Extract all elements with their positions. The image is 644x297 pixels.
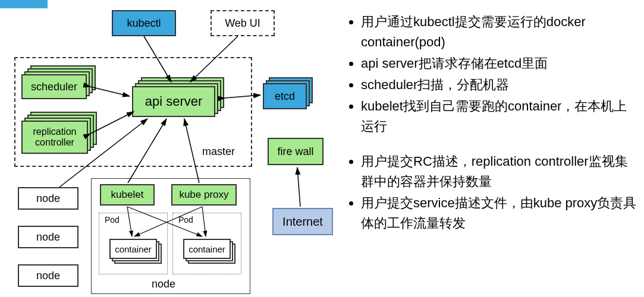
internet-box: Internet: [272, 208, 333, 235]
node-box-2: node: [18, 226, 78, 248]
bullet-item: 用户提交RC描述，replication controller监视集群中的容器并…: [361, 151, 639, 192]
container-a-box: container: [109, 239, 157, 259]
node1-label: node: [36, 192, 60, 205]
top-accent-bar: [0, 0, 48, 8]
bullet-item: api server把请求存储在etcd里面: [361, 53, 639, 74]
pod-a-label: Pod: [105, 215, 120, 225]
bullet-group-2: 用户提交RC描述，replication controller监视集群中的容器并…: [348, 151, 639, 233]
kubeproxy-box: kube proxy: [171, 184, 237, 206]
webui-label: Web UI: [225, 17, 260, 30]
pod-b-label: Pod: [178, 215, 193, 225]
bullet-item: 用户通过kubectl提交需要运行的docker container(pod): [361, 12, 639, 52]
kubeproxy-label: kube proxy: [179, 189, 228, 201]
webui-box: Web UI: [211, 10, 275, 36]
bullet-item: 用户提交service描述文件，由kube proxy负责具体的工作流量转发: [361, 193, 639, 233]
kubelet-label: kubelet: [111, 189, 144, 201]
etcd-label: etcd: [275, 90, 295, 103]
replication-box: replication controller: [21, 121, 88, 154]
container-a-label: container: [115, 244, 152, 254]
bullet-item: scheduler扫描，分配机器: [361, 75, 639, 95]
explanation-text: 用户通过kubectl提交需要运行的docker container(pod) …: [348, 12, 639, 248]
apiserver-label: api server: [145, 94, 203, 109]
bullet-item: kubelet找到自己需要跑的container，在本机上运行: [361, 96, 639, 137]
kubectl-label: kubectl: [127, 17, 161, 30]
firewall-box: fire wall: [268, 138, 323, 165]
replication-label: replication controller: [33, 127, 77, 147]
scheduler-label: scheduler: [31, 81, 77, 93]
node2-label: node: [36, 231, 60, 244]
internet-label: Internet: [282, 215, 323, 229]
master-label: master: [202, 146, 235, 158]
node-box-1: node: [18, 187, 78, 210]
scheduler-box: scheduler: [21, 74, 87, 99]
node-box-3: node: [18, 264, 78, 287]
apiserver-box: api server: [132, 86, 215, 117]
etcd-box: etcd: [263, 83, 307, 109]
svg-line-8: [297, 168, 300, 207]
bullet-group-1: 用户通过kubectl提交需要运行的docker container(pod) …: [348, 12, 639, 137]
container-b-label: container: [189, 244, 225, 254]
node-detail-label: node: [152, 278, 175, 290]
kubelet-box: kubelet: [100, 184, 155, 206]
container-b-box: container: [183, 239, 231, 259]
kubectl-box: kubectl: [112, 10, 176, 36]
node3-label: node: [36, 270, 60, 282]
firewall-label: fire wall: [277, 146, 313, 158]
